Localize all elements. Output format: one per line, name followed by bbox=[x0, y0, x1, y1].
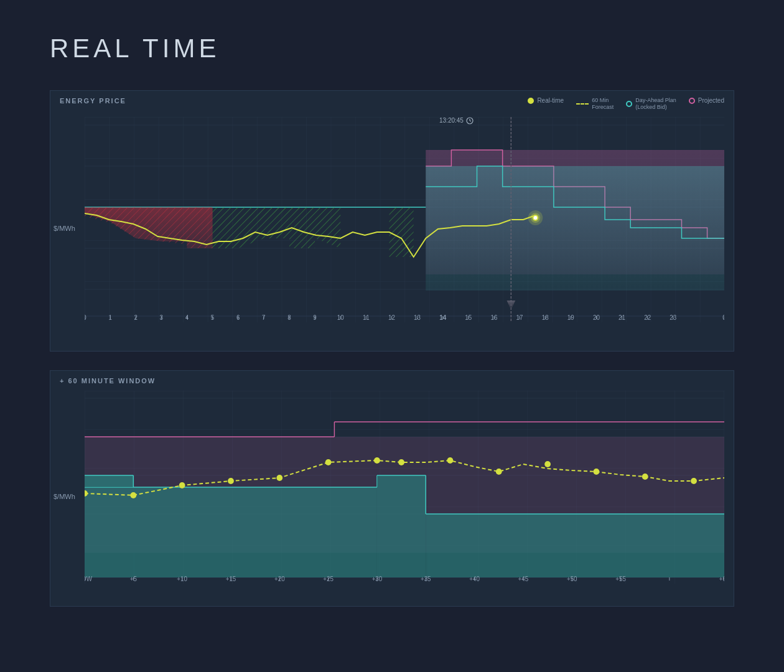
bottom-chart: + 60 MINUTE WINDOW $/MWh bbox=[50, 370, 734, 607]
svg-line-2 bbox=[470, 121, 471, 121]
svg-point-114 bbox=[276, 475, 282, 481]
legend-dayahead: Day-Ahead Plan(Locked Bid) bbox=[626, 97, 676, 111]
svg-point-115 bbox=[325, 459, 332, 465]
svg-point-119 bbox=[496, 469, 502, 475]
y-axis-label-top: $/MWh bbox=[54, 225, 75, 232]
svg-point-123 bbox=[691, 478, 697, 484]
svg-point-121 bbox=[594, 469, 600, 475]
y-axis-label-bottom: $/MWh bbox=[54, 493, 75, 500]
svg-point-28 bbox=[534, 216, 538, 220]
svg-point-122 bbox=[642, 474, 648, 480]
svg-point-111 bbox=[130, 492, 136, 498]
top-chart-svg: 50 40 30 20 10 0 bbox=[85, 117, 724, 322]
page-title: REAL TIME bbox=[50, 34, 220, 63]
svg-point-118 bbox=[447, 457, 454, 464]
svg-text:+60: +60 bbox=[719, 576, 724, 582]
bottom-chart-title: + 60 MINUTE WINDOW bbox=[60, 377, 156, 385]
top-chart: ENERGY PRICE Real-time 60 MinForecast Da… bbox=[50, 90, 734, 352]
top-chart-legend: Real-time 60 MinForecast Day-Ahead Plan(… bbox=[528, 97, 724, 111]
bottom-chart-svg: 50 40 30 20 10 0 bbox=[85, 391, 724, 584]
svg-point-120 bbox=[544, 461, 551, 467]
svg-point-117 bbox=[398, 459, 404, 465]
svg-rect-102 bbox=[377, 475, 426, 577]
svg-rect-107 bbox=[85, 475, 133, 487]
legend-realtime: Real-time bbox=[528, 97, 564, 104]
top-chart-title: ENERGY PRICE bbox=[60, 97, 126, 105]
chart-container: ENERGY PRICE Real-time 60 MinForecast Da… bbox=[50, 90, 734, 641]
svg-marker-24 bbox=[390, 207, 414, 257]
svg-point-116 bbox=[374, 457, 380, 464]
time-marker: 13:20:45 bbox=[439, 117, 474, 124]
svg-rect-18 bbox=[426, 166, 724, 291]
svg-text:NOW: NOW bbox=[85, 576, 93, 582]
svg-point-112 bbox=[179, 482, 185, 488]
legend-forecast: 60 MinForecast bbox=[576, 97, 614, 111]
legend-projected: Projected bbox=[689, 97, 724, 104]
svg-rect-99 bbox=[85, 487, 377, 577]
svg-rect-105 bbox=[426, 514, 724, 577]
svg-point-113 bbox=[228, 478, 234, 484]
